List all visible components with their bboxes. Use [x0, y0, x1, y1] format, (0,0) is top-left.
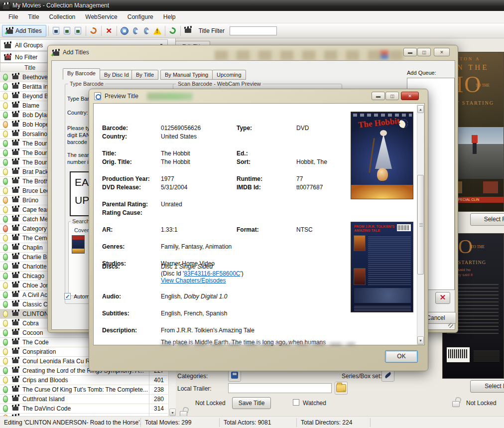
view-chapters-link[interactable]: View Chapters/Episodes [161, 277, 226, 284]
maximize-button[interactable]: ◫ [417, 48, 431, 56]
add-queue-label: Add Queue: [407, 70, 436, 76]
field-value: NTSC [296, 226, 313, 233]
menu-collection[interactable]: Collection [45, 12, 80, 22]
disc-id-link[interactable]: 83F43116-8F58600C [184, 270, 240, 277]
status-dot-green [3, 263, 8, 270]
categories-label: Categories: [177, 373, 208, 380]
update-person-disc-icon[interactable] [130, 26, 140, 36]
local-trailer-label: Local Trailer: [177, 385, 212, 392]
app-window: My Movies - Collection Management FileTi… [0, 0, 504, 428]
save-title-page-icon[interactable] [73, 26, 83, 36]
tab-by-disc-id[interactable]: By Disc Id [100, 70, 133, 80]
redacted-text [147, 93, 193, 100]
list-item-title: The Curse Of King Tut's Tomb: The Comple… [22, 386, 149, 393]
field-value: 5/31/2004 [161, 184, 187, 191]
description-label: Description: [102, 327, 137, 334]
groups-icon [4, 44, 11, 48]
add-dialog-icon [53, 51, 59, 56]
add-person-icon[interactable] [51, 26, 61, 36]
preview-body: Barcode:012569056626Type:DVDCountry:Unit… [93, 103, 425, 345]
field-label: AR: [102, 226, 113, 233]
no-filter-icon [4, 56, 11, 60]
movie-icon [12, 198, 18, 202]
watched-checkbox[interactable] [293, 399, 299, 406]
field-label: Type: [237, 125, 252, 132]
menu-file[interactable]: File [4, 12, 22, 22]
browse-trailer-button[interactable] [335, 382, 348, 395]
preview-scrollbar[interactable]: ▲ ▼ [417, 105, 424, 345]
scroll-down-icon[interactable]: ▼ [169, 409, 176, 416]
list-item[interactable]: The Curse Of King Tut's Tomb: The Comple… [0, 385, 168, 395]
field-label: Barcode: [102, 125, 128, 132]
movie-icon [12, 359, 18, 363]
movie-icon [12, 274, 18, 278]
select-back-button[interactable]: Select Ba [470, 380, 504, 393]
tab-by-barcode[interactable]: By Barcode [63, 68, 100, 80]
field-value: United States [161, 133, 197, 140]
preview-scroll-down-icon[interactable]: ▼ [417, 336, 424, 344]
preview-minimize-button[interactable]: ▬ [372, 92, 385, 100]
status-dot-yellow [3, 320, 8, 327]
tab-by-title[interactable]: By Title [131, 70, 158, 80]
movie-icon [12, 388, 18, 392]
movie-icon [12, 142, 18, 145]
field-value: DVD [296, 125, 309, 132]
status-dot-green [3, 140, 8, 147]
status-dot-yellow [3, 187, 8, 194]
add-title-page-icon[interactable] [62, 26, 72, 36]
close-button[interactable]: ✕ [434, 48, 450, 56]
remove-queue-button[interactable]: ✕ [435, 292, 450, 304]
title-filter-input[interactable] [230, 26, 277, 35]
list-item-number: 401 [149, 376, 168, 385]
preview-maximize-button[interactable]: ◫ [385, 92, 399, 100]
description-clipped-line [161, 343, 355, 345]
movie-icon [12, 284, 18, 287]
auto-add-label: Autom [74, 293, 90, 299]
movie-icon [12, 397, 18, 401]
scrollbar-thumb[interactable] [417, 175, 424, 275]
preview-close-button[interactable]: ✕ [401, 92, 419, 100]
list-item[interactable]: Cutthroat Island280 [0, 395, 168, 404]
auto-add-checkbox[interactable]: ✓ [64, 293, 71, 299]
update-title-disc-icon[interactable] [120, 26, 129, 36]
select-front-button[interactable]: Select Fro [470, 213, 504, 226]
minimize-button[interactable]: ▬ [403, 48, 417, 56]
movie-icon [12, 350, 18, 354]
glass-blur-icon [380, 50, 388, 59]
tab-by-manual-typing[interactable]: By Manual Typing [160, 70, 213, 80]
field-value: 012569056626 [161, 125, 201, 132]
warning-icon[interactable] [152, 26, 162, 36]
menu-configure[interactable]: Configure [123, 12, 158, 22]
local-trailer-input[interactable] [228, 383, 332, 393]
add-titles-label: Add Titles [15, 27, 42, 34]
ok-button[interactable]: OK [385, 350, 418, 363]
search-help-text: The searnumber i [67, 151, 89, 165]
edit-title-icon[interactable] [183, 26, 193, 36]
toolbar-separator [180, 26, 181, 36]
delete-title-icon[interactable]: ✕ [104, 26, 114, 36]
sync-orange-icon[interactable] [89, 26, 99, 36]
save-title-button[interactable]: Save Title [232, 397, 271, 409]
scroll-up-icon[interactable]: ▲ [417, 105, 424, 113]
status-dot-green [3, 112, 8, 119]
status-dot-green [3, 367, 8, 374]
menu-title[interactable]: Title [23, 12, 43, 22]
menu-webservice[interactable]: WebService [81, 12, 122, 22]
refresh-icon[interactable] [168, 26, 178, 36]
tab-upcoming[interactable]: Upcoming [212, 70, 246, 80]
update-disc-icon[interactable] [141, 26, 151, 36]
groups-label: All Groups [15, 42, 43, 49]
result-cover-thumbnail[interactable] [72, 235, 85, 254]
lock-icon[interactable] [451, 397, 462, 408]
preview-title: Preview Title [105, 93, 138, 100]
add-titles-button[interactable]: Add Titles [2, 25, 46, 37]
movie-icon [12, 369, 18, 373]
list-item[interactable]: The DaVinci Code314 [0, 404, 168, 414]
type-barcode-group-label: Type Barcode [68, 81, 105, 87]
resize-grip[interactable] [448, 323, 453, 328]
menu-help[interactable]: Help [159, 12, 180, 22]
movie-icon [12, 189, 18, 193]
list-item-title: Crips and Bloods [22, 377, 149, 384]
title-filter-label: Title Filter [199, 27, 225, 34]
list-item[interactable]: Crips and Bloods401 [0, 376, 168, 385]
